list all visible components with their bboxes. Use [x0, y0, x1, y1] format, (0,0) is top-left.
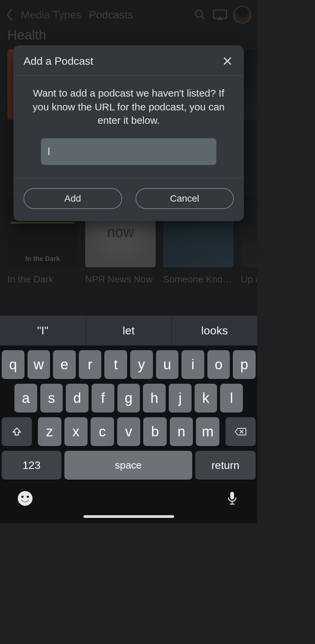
key-o[interactable]: o — [207, 350, 230, 379]
key-w[interactable]: w — [28, 350, 50, 379]
add-button[interactable]: Add — [23, 188, 122, 209]
suggestion-1[interactable]: "I" — [0, 316, 86, 345]
svg-point-9 — [21, 496, 23, 498]
key-k[interactable]: k — [195, 384, 217, 413]
key-f[interactable]: f — [92, 384, 114, 413]
key-c[interactable]: c — [91, 417, 114, 446]
key-y[interactable]: y — [130, 350, 153, 379]
key-v[interactable]: v — [117, 417, 141, 446]
key-u[interactable]: u — [156, 350, 179, 379]
key-e[interactable]: e — [53, 350, 76, 379]
emoji-key[interactable] — [16, 490, 34, 507]
svg-point-10 — [27, 496, 29, 498]
key-q[interactable]: q — [2, 350, 24, 379]
key-t[interactable]: t — [104, 350, 127, 379]
key-s[interactable]: s — [40, 384, 63, 413]
cancel-button[interactable]: Cancel — [136, 188, 234, 209]
suggestion-2[interactable]: let — [86, 316, 172, 345]
key-x[interactable]: x — [64, 417, 88, 446]
key-l[interactable]: l — [220, 384, 243, 413]
key-g[interactable]: g — [117, 384, 140, 413]
key-p[interactable]: p — [233, 350, 256, 379]
home-indicator[interactable] — [84, 515, 174, 518]
backspace-key[interactable] — [225, 417, 256, 446]
podcast-url-input[interactable] — [41, 138, 216, 165]
key-z[interactable]: z — [38, 417, 61, 446]
key-r[interactable]: r — [79, 350, 102, 379]
suggestion-3[interactable]: looks — [172, 316, 257, 345]
key-j[interactable]: j — [169, 384, 192, 413]
key-i[interactable]: i — [181, 350, 204, 379]
shift-key[interactable] — [2, 417, 32, 446]
key-b[interactable]: b — [143, 417, 167, 446]
key-h[interactable]: h — [143, 384, 166, 413]
key-d[interactable]: d — [66, 384, 89, 413]
return-key[interactable]: return — [195, 451, 256, 480]
close-icon[interactable] — [221, 55, 234, 67]
keyboard: "I" let looks qwertyuiop asdfghjkl zxcvb… — [0, 315, 257, 523]
key-n[interactable]: n — [170, 417, 193, 446]
modal-title: Add a Podcast — [23, 55, 93, 67]
dictation-key[interactable] — [223, 490, 241, 507]
add-podcast-modal: Add a Podcast Want to add a podcast we h… — [13, 45, 244, 221]
key-m[interactable]: m — [196, 417, 219, 446]
key-a[interactable]: a — [14, 384, 37, 413]
numbers-key[interactable]: 123 — [2, 451, 61, 480]
svg-rect-11 — [230, 492, 234, 499]
space-key[interactable]: space — [64, 451, 192, 480]
modal-message: Want to add a podcast we haven't listed?… — [27, 87, 230, 138]
svg-point-8 — [18, 491, 33, 506]
